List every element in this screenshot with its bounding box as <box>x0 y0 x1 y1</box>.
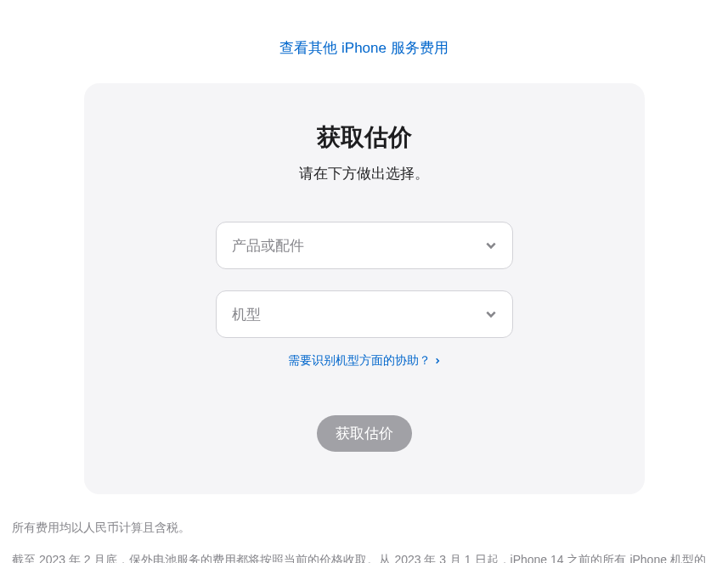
identify-model-help-link[interactable]: 需要识别机型方面的协助？ <box>288 353 441 369</box>
product-select[interactable]: 产品或配件 <box>216 222 513 269</box>
footer-line-2-text: 截至 2023 年 2 月底，保外电池服务的费用都将按照当前的价格收取。从 20… <box>12 553 706 563</box>
chevron-down-icon <box>485 308 497 320</box>
footer-notes: 所有费用均以人民币计算且含税。 截至 2023 年 2 月底，保外电池服务的费用… <box>8 518 720 563</box>
product-select-placeholder: 产品或配件 <box>232 236 304 256</box>
top-other-fees-link: 查看其他 iPhone 服务费用 <box>8 0 720 83</box>
footer-line-2: 截至 2023 年 2 月底，保外电池服务的费用都将按照当前的价格收取。从 20… <box>12 550 716 563</box>
estimate-card: 获取估价 请在下方做出选择。 产品或配件 机型 需要识别机型方面的协助？ 获取估… <box>84 83 645 494</box>
get-estimate-button[interactable]: 获取估价 <box>317 415 412 452</box>
help-link-row: 需要识别机型方面的协助？ <box>118 352 611 369</box>
chevron-down-icon <box>485 239 497 251</box>
card-title: 获取估价 <box>118 121 611 154</box>
model-select-placeholder: 机型 <box>232 305 261 324</box>
chevron-right-icon <box>434 358 441 364</box>
model-select[interactable]: 机型 <box>216 290 513 338</box>
footer-line-1: 所有费用均以人民币计算且含税。 <box>12 518 716 538</box>
card-subtitle: 请在下方做出选择。 <box>118 164 611 183</box>
help-link-label: 需要识别机型方面的协助？ <box>288 353 431 369</box>
view-other-fees-link[interactable]: 查看其他 iPhone 服务费用 <box>279 40 448 56</box>
